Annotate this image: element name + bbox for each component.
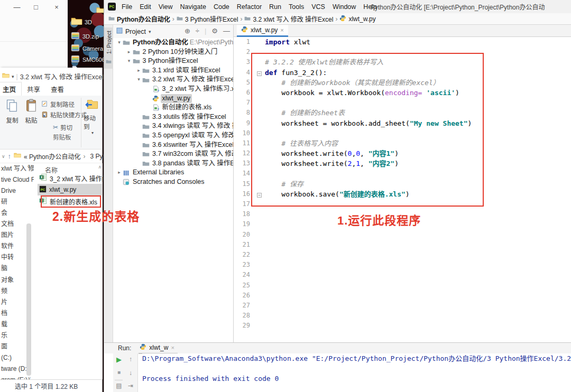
- nav-item[interactable]: tive Cloud F: [1, 174, 34, 185]
- move-to-button[interactable]: 移动到 ▾: [84, 98, 102, 135]
- ribbon-tab-1[interactable]: 主页: [0, 82, 22, 96]
- code-area[interactable]: import xlwt# 3.2.2 使用xlwt创建新表格并写入def fun…: [265, 37, 571, 331]
- chevron-right-icon[interactable]: ▸: [126, 48, 133, 57]
- scroll-up-icon[interactable]: ∧: [98, 164, 102, 170]
- tree-item-3.7 win32com 读取 写入 修改 操作[interactable]: 3.7 win32com 读取 写入 修改 操作: [113, 150, 233, 159]
- nav-item[interactable]: Drive: [1, 185, 16, 197]
- menu-window[interactable]: Window: [329, 2, 360, 12]
- nav-item[interactable]: 乐: [1, 330, 7, 341]
- menu-code[interactable]: Code: [210, 2, 233, 12]
- menu-view[interactable]: View: [155, 2, 177, 12]
- nav-item[interactable]: (C:): [1, 352, 12, 363]
- stop-icon[interactable]: ■: [115, 369, 123, 375]
- nav-item[interactable]: 载: [1, 319, 7, 330]
- run-console[interactable]: D:\Program_Software\Anaconda3\python.exe…: [142, 353, 571, 392]
- run-tab-xlwt-w[interactable]: xlwt_w ×: [139, 343, 177, 354]
- close-icon[interactable]: ×: [51, 3, 62, 11]
- chevron-down-icon[interactable]: ▾: [149, 29, 151, 34]
- file-row-3_2 xlwt 写入 操作练[interactable]: X3_2 xlwt 写入 操作练: [38, 172, 110, 184]
- desktop-icon-3D.zip[interactable]: 3D.zip: [71, 30, 99, 43]
- chevron-down-icon[interactable]: ▾: [116, 38, 123, 48]
- paste-shortcut-button[interactable]: 粘贴快捷方式: [41, 110, 87, 119]
- breadcrumb-item[interactable]: Python办公自动化: [108, 14, 170, 23]
- nav-item[interactable]: 档: [1, 308, 7, 319]
- copy-path-button[interactable]: 复制路径: [41, 100, 75, 108]
- nav-item[interactable]: 软件: [1, 241, 14, 252]
- tree-item-3.6 xlswriter 写入 操作Excel[interactable]: 3.6 xlswriter 写入 操作Excel: [113, 141, 233, 150]
- menu-vcs[interactable]: VCS: [308, 2, 329, 12]
- fold-marker-icon[interactable]: −: [257, 71, 262, 76]
- menu-edit[interactable]: Edit: [136, 2, 155, 12]
- down-stack-icon[interactable]: ↓: [126, 369, 135, 377]
- close-icon[interactable]: ×: [280, 27, 283, 33]
- maximize-icon[interactable]: □: [31, 3, 41, 11]
- tree-item-3_2 xlwt 写入 操作练习.xlsx[interactable]: ?3_2 xlwt 写入 操作练习.xlsx: [113, 85, 233, 94]
- ribbon-tab-3[interactable]: 查看: [45, 82, 69, 96]
- ribbon-tab-2[interactable]: 共享: [22, 82, 45, 96]
- nav-item[interactable]: 对象: [1, 275, 14, 286]
- nav-item[interactable]: 脑: [1, 263, 7, 274]
- locate-target-icon[interactable]: ⊕: [185, 27, 190, 35]
- hide-panel-icon[interactable]: —: [223, 27, 230, 35]
- up-arrow-icon[interactable]: ↑: [8, 152, 12, 160]
- desktop-icon-3D[interactable]: 3D: [71, 16, 92, 29]
- up-stack-icon[interactable]: ↑: [126, 356, 135, 363]
- tree-item-xlwt_w.py[interactable]: xlwt_w.py: [113, 94, 233, 104]
- tree-item-Scratches and Consoles[interactable]: Scratches and Consoles: [113, 178, 233, 187]
- nav-scrollbar[interactable]: [26, 223, 31, 376]
- nav-item[interactable]: 片: [1, 297, 7, 308]
- menu-file[interactable]: File: [118, 2, 136, 12]
- caret-up-icon[interactable]: ^: [27, 164, 30, 170]
- rerun-icon[interactable]: ▶: [115, 356, 123, 363]
- menu-refactor[interactable]: Refactor: [233, 2, 265, 12]
- breadcrumb-item[interactable]: xlwt_w.py: [339, 15, 375, 23]
- breadcrumb-item[interactable]: 3.2 xlwt 写入 修改 操作Excel: [244, 14, 333, 23]
- close-icon[interactable]: ×: [171, 344, 174, 351]
- nav-item[interactable]: 会: [1, 208, 7, 219]
- tree-item-3.2 xlwt 写入 修改 操作Excel[interactable]: ▾3.2 xlwt 写入 修改 操作Excel: [113, 75, 233, 85]
- chevron-down-icon[interactable]: ▾: [12, 74, 14, 79]
- address-bar[interactable]: ∨ ↑ « Python办公自动化 › 3 Pyt: [0, 150, 102, 163]
- menu-run[interactable]: Run: [265, 2, 285, 12]
- tree-item-3 Python操作Excel[interactable]: ▾3 Python操作Excel: [113, 57, 233, 66]
- tree-item-新创建的表格.xls[interactable]: ?新创建的表格.xls: [113, 103, 233, 113]
- settings-gear-icon[interactable]: ⚙: [211, 27, 218, 35]
- fold-marker-icon[interactable]: −: [257, 193, 262, 198]
- chevron-right-icon[interactable]: ▸: [135, 66, 142, 76]
- tree-item-3.4 xlwings 读取 写入 修改 操作Exc[interactable]: 3.4 xlwings 读取 写入 修改 操作Exc: [113, 122, 233, 131]
- nav-item[interactable]: 研: [1, 197, 7, 208]
- nav-item[interactable]: 频: [1, 286, 7, 297]
- nav-item[interactable]: gram (E:): [1, 375, 27, 379]
- address-crumb[interactable]: 3 Pyt: [90, 153, 104, 160]
- breadcrumb-item[interactable]: 3 Python操作Excel: [177, 14, 238, 23]
- tree-item-3.5 openpyxl 读取 写入 修改 操作E[interactable]: 3.5 openpyxl 读取 写入 修改 操作E: [113, 131, 233, 141]
- collapse-all-icon[interactable]: ÷: [196, 27, 199, 35]
- chevron-right-icon[interactable]: ▸: [116, 168, 123, 178]
- editor-tab-xlwt-w[interactable]: xlwt_w.py ×: [237, 25, 288, 37]
- tree-item-3.1 xlrd 读取 操作Excel[interactable]: ▸3.1 xlrd 读取 操作Excel: [113, 66, 233, 76]
- chevron-down-icon[interactable]: ▾: [126, 57, 133, 66]
- nav-item[interactable]: tware (D:): [1, 363, 29, 375]
- paste-button[interactable]: 粘贴: [22, 99, 40, 124]
- tree-item-3.3 xlutils 修改 操作Excel[interactable]: 3.3 xlutils 修改 操作Excel: [113, 113, 233, 122]
- nav-item[interactable]: 文档: [1, 219, 14, 230]
- tree-item-Python办公自动化[interactable]: ▾Python办公自动化 E:\Project\Python_Pro: [113, 38, 233, 48]
- chevron-down-icon[interactable]: ▾: [135, 75, 142, 85]
- copy-button[interactable]: 复制: [3, 99, 21, 124]
- file-row-xlwt_w.py[interactable]: PCxlwt_w.py: [38, 184, 102, 195]
- soft-wrap-icon[interactable]: ⇥: [126, 382, 135, 389]
- nav-item[interactable]: 图片: [1, 230, 14, 241]
- tree-item-3.8 pandas 读取 写入 操作Excel[interactable]: 3.8 pandas 读取 写入 操作Excel: [113, 159, 233, 169]
- tree-item-External Libraries[interactable]: ▸External Libraries: [113, 168, 233, 178]
- nav-item[interactable]: 中转: [1, 252, 14, 263]
- address-chip-icon[interactable]: ∨: [2, 154, 5, 159]
- address-crumb[interactable]: « Python办公自动化: [24, 152, 80, 161]
- file-row-新创建的表格.xls[interactable]: X新创建的表格.xls: [38, 195, 99, 207]
- tree-item-2 Python 10分钟快速入门[interactable]: ▸2 Python 10分钟快速入门: [113, 48, 233, 57]
- cut-button[interactable]: ✂ 剪切: [53, 123, 72, 132]
- sidebar-tab-project[interactable]: 1: Project: [104, 27, 113, 69]
- restore-layout-icon[interactable]: ▤: [115, 382, 123, 389]
- menu-navigate[interactable]: Navigate: [177, 2, 210, 12]
- code-editor[interactable]: 1234567891011121314151617181920212223242…: [234, 37, 571, 342]
- minimize-icon[interactable]: —: [12, 3, 22, 11]
